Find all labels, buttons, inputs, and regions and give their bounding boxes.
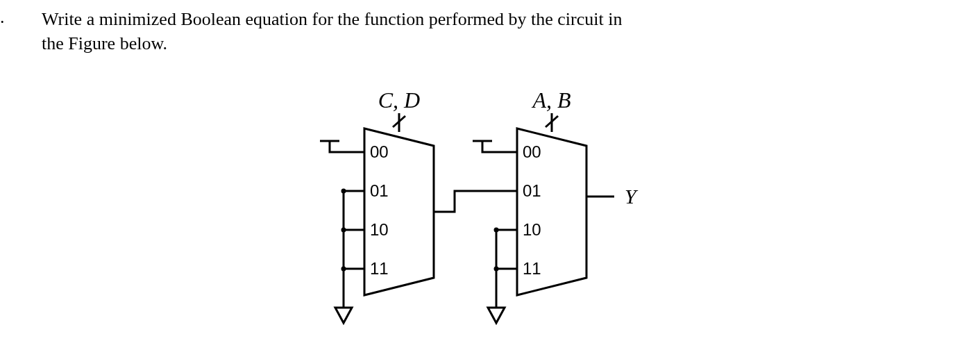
mux1-port-00: 00 <box>370 142 389 161</box>
mux1-select-label: C, D <box>378 88 420 112</box>
mux2-port-11: 11 <box>523 259 541 278</box>
mux2-dot-10 <box>494 228 499 233</box>
mux1-ground-icon <box>335 308 352 323</box>
mux1-output-wire <box>434 191 517 212</box>
mux1-dot-10 <box>341 228 346 233</box>
mux1-port-11: 11 <box>370 259 389 278</box>
mux2-port-00: 00 <box>523 142 541 161</box>
question-line-1: Write a minimized Boolean equation for t… <box>42 9 622 29</box>
mux1-port-10: 10 <box>370 220 389 239</box>
diagram-svg: C, D 00 01 10 11 A, B <box>316 87 677 337</box>
question-marker: . <box>0 7 5 28</box>
mux1-dot-11 <box>341 267 346 272</box>
question-line-2: the Figure below. <box>42 33 167 53</box>
mux1-in00-wire <box>330 141 364 152</box>
mux2-port-10: 10 <box>523 220 541 239</box>
circuit-diagram: C, D 00 01 10 11 A, B <box>316 87 677 337</box>
mux2-ground-icon <box>488 308 505 323</box>
question-text-block: Write a minimized Boolean equation for t… <box>0 0 980 56</box>
mux2-select-label: A, B <box>531 88 571 112</box>
output-label: Y <box>625 185 639 208</box>
mux2-in00-wire <box>482 141 517 152</box>
mux2-dot-11 <box>494 267 499 272</box>
mux1-dot-01 <box>341 189 346 194</box>
mux2-port-01: 01 <box>523 181 541 200</box>
mux1-port-01: 01 <box>370 181 389 200</box>
